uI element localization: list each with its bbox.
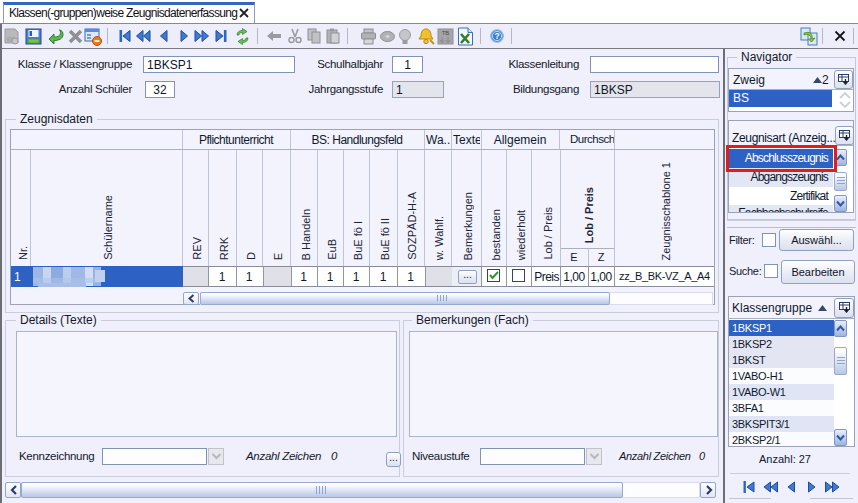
svg-text:TB: TB xyxy=(442,30,450,36)
svg-text:?: ? xyxy=(494,31,499,41)
